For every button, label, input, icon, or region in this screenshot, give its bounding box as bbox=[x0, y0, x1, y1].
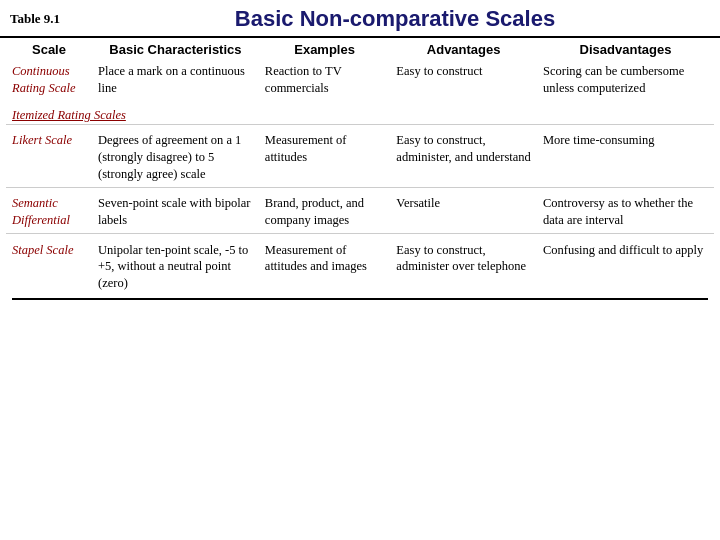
cell-examples: Reaction to TV commercials bbox=[259, 59, 390, 101]
col-header-advantages: Advantages bbox=[390, 38, 537, 59]
cell-advantages: Versatile bbox=[390, 191, 537, 233]
cell-basic: Place a mark on a continuous line bbox=[92, 59, 259, 101]
table-row: Continuous Rating ScalePlace a mark on a… bbox=[6, 59, 714, 101]
table-row: Likert ScaleDegrees of agreement on a 1 … bbox=[6, 128, 714, 187]
col-header-disadvantages: Disadvantages bbox=[537, 38, 714, 59]
cell-disadvantages: Scoring can be cumbersome unless compute… bbox=[537, 59, 714, 101]
page: Table 9.1 Basic Non-comparative Scales S… bbox=[0, 0, 720, 540]
main-table: Scale Basic Characteristics Examples Adv… bbox=[6, 38, 714, 296]
cell-examples: Measurement of attitudes bbox=[259, 128, 390, 187]
scale-name: Continuous Rating Scale bbox=[12, 64, 76, 95]
bottom-border bbox=[12, 298, 708, 300]
col-header-examples: Examples bbox=[259, 38, 390, 59]
cell-advantages: Easy to construct bbox=[390, 59, 537, 101]
page-title: Basic Non-comparative Scales bbox=[80, 6, 710, 32]
scale-name: Likert Scale bbox=[12, 133, 72, 147]
table-row: Stapel ScaleUnipolar ten-point scale, -5… bbox=[6, 238, 714, 297]
cell-examples: Measurement of attitudes and images bbox=[259, 238, 390, 297]
cell-advantages: Easy to construct, administer, and under… bbox=[390, 128, 537, 187]
scale-name: Itemized Rating Scales bbox=[12, 108, 126, 122]
column-header-row: Scale Basic Characteristics Examples Adv… bbox=[6, 38, 714, 59]
table-wrapper: Scale Basic Characteristics Examples Adv… bbox=[0, 38, 720, 300]
cell-scale: Likert Scale bbox=[6, 128, 92, 187]
cell-scale: Continuous Rating Scale bbox=[6, 59, 92, 101]
cell-scale: Stapel Scale bbox=[6, 238, 92, 297]
cell-examples: Brand, product, and company images bbox=[259, 191, 390, 233]
col-header-basic: Basic Characteristics bbox=[92, 38, 259, 59]
section-header-cell: Itemized Rating Scales bbox=[6, 101, 714, 124]
col-header-scale: Scale bbox=[6, 38, 92, 59]
table-row: Semantic DifferentialSeven-point scale w… bbox=[6, 191, 714, 233]
cell-basic: Unipolar ten-point scale, -5 to +5, with… bbox=[92, 238, 259, 297]
cell-disadvantages: Controversy as to whether the data are i… bbox=[537, 191, 714, 233]
cell-advantages: Easy to construct, administer over telep… bbox=[390, 238, 537, 297]
cell-disadvantages: More time-consuming bbox=[537, 128, 714, 187]
cell-disadvantages: Confusing and difficult to apply bbox=[537, 238, 714, 297]
table-row: Itemized Rating Scales bbox=[6, 101, 714, 124]
cell-basic: Seven-point scale with bipolar labels bbox=[92, 191, 259, 233]
scale-name: Semantic Differential bbox=[12, 196, 70, 227]
scale-name: Stapel Scale bbox=[12, 243, 73, 257]
cell-basic: Degrees of agreement on a 1 (strongly di… bbox=[92, 128, 259, 187]
table-label: Table 9.1 bbox=[10, 11, 80, 27]
cell-scale: Semantic Differential bbox=[6, 191, 92, 233]
header: Table 9.1 Basic Non-comparative Scales bbox=[0, 0, 720, 38]
